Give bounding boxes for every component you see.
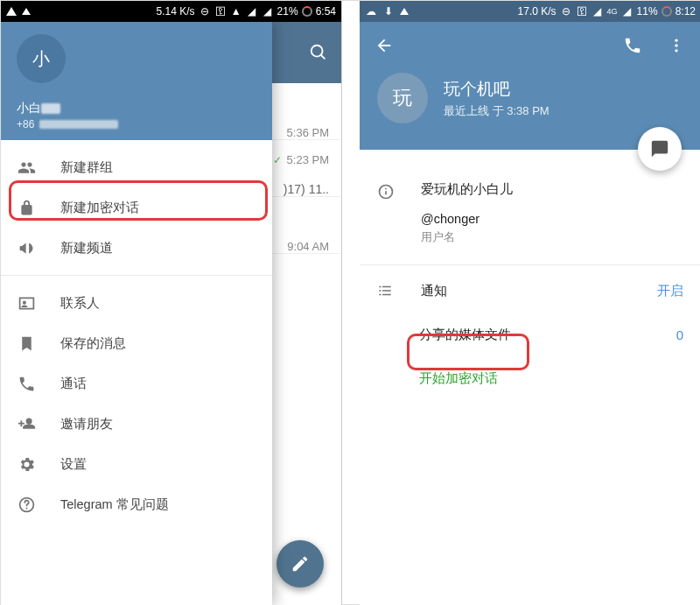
drawer-item-label: 新建加密对话 <box>60 200 139 216</box>
display-name: 爱玩机的小白儿 <box>421 181 683 198</box>
signal-icon: ◢ <box>621 5 634 18</box>
compose-fab[interactable] <box>276 540 324 587</box>
drawer-item-saved[interactable]: 保存的消息 <box>1 323 272 363</box>
search-icon[interactable] <box>309 43 328 62</box>
vpn-key-icon: ⚿ <box>576 5 588 18</box>
dnd-icon: ⊖ <box>199 5 211 18</box>
navigation-drawer: 小 小白 +86 新建群组新建加密对话新建频道联系人保存的消息通话邀请朋友设置T… <box>1 22 272 605</box>
notifications-row[interactable]: 通知 开启 <box>360 269 700 313</box>
svg-rect-12 <box>382 286 391 288</box>
redacted <box>41 103 60 114</box>
svg-point-0 <box>312 46 323 57</box>
drawer-item-label: 保存的消息 <box>60 335 126 352</box>
loading-icon <box>662 6 672 17</box>
svg-rect-13 <box>379 290 381 292</box>
statusbar: 5.14 K/s ⊖ ⚿ ▲ ◢ ◢ 21% 6:54 <box>1 1 341 22</box>
drawer-item-contacts[interactable]: 联系人 <box>1 283 272 323</box>
profile-header: 玩 玩个机吧 最近上线 于 3:38 PM <box>360 22 700 150</box>
avatar[interactable]: 玩 <box>377 73 428 123</box>
svg-rect-15 <box>379 294 381 296</box>
drawer-item-calls[interactable]: 通话 <box>1 363 272 404</box>
start-secret-chat-row[interactable]: 开始加密对话 <box>360 356 700 400</box>
battery-text: 21% <box>277 5 298 18</box>
row-label: 开始加密对话 <box>419 370 498 387</box>
drawer-item-label: 通话 <box>60 376 87 392</box>
svg-point-5 <box>675 39 677 42</box>
svg-point-10 <box>385 188 387 190</box>
drawer-item-new-group[interactable]: 新建群组 <box>1 147 272 187</box>
drawer-item-label: 邀请朋友 <box>60 416 113 433</box>
net-type: 4G <box>607 7 618 16</box>
back-button[interactable] <box>365 26 403 65</box>
username-label: 用户名 <box>421 229 683 245</box>
drawer-item-label: 新建频道 <box>60 240 113 257</box>
account-name: 小白 <box>17 101 256 116</box>
statusbar: ☁ ⬇ 17.0 K/s ⊖ ⚿ ◢ 4G ◢ 11% 8:12 <box>360 1 700 22</box>
svg-rect-14 <box>382 290 391 292</box>
call-button[interactable] <box>613 26 652 65</box>
read-checks-icon: ✓ <box>273 154 282 166</box>
download-icon: ⬇ <box>382 5 395 18</box>
clock: 8:12 <box>676 5 696 18</box>
row-value: 0 <box>676 327 683 342</box>
account-phone: +86 <box>17 118 256 130</box>
lock-icon <box>17 198 36 217</box>
phone-icon <box>17 374 36 393</box>
dnd-icon: ⊖ <box>560 5 572 18</box>
chat-time: 5:23 PM <box>287 153 329 166</box>
username[interactable]: @chonger <box>421 212 683 226</box>
loading-icon <box>302 6 312 17</box>
warning-icon <box>400 8 409 15</box>
screenshot-drawer: 5.14 K/s ⊖ ⚿ ▲ ◢ ◢ 21% 6:54 5:36 PM✓5:23… <box>1 1 342 605</box>
shared-media-row[interactable]: 分享的媒体文件 0 <box>360 313 700 356</box>
drawer-item-invite[interactable]: 邀请朋友 <box>1 404 272 444</box>
signal-icon: ◢ <box>246 5 258 18</box>
drawer-item-label: Telegram 常见问题 <box>60 496 169 513</box>
warning-icon <box>6 7 17 16</box>
avatar[interactable]: 小 <box>17 34 66 83</box>
warning-icon <box>22 8 31 15</box>
megaphone-icon <box>17 238 36 257</box>
svg-rect-11 <box>379 286 381 288</box>
signal-icon: ◢ <box>592 5 604 18</box>
chat-time: 9:04 AM <box>287 240 329 253</box>
group-icon <box>17 158 36 177</box>
signal-icon: ◢ <box>262 5 274 18</box>
gear-icon <box>17 454 36 474</box>
message-fab[interactable] <box>638 127 682 171</box>
drawer-item-label: 新建群组 <box>60 159 113 176</box>
svg-point-7 <box>675 49 677 52</box>
svg-rect-16 <box>382 294 391 296</box>
net-speed: 17.0 K/s <box>518 5 556 18</box>
vpn-key-icon: ⚿ <box>214 5 227 18</box>
chat-preview: )17) 11.. <box>284 182 329 196</box>
personadd-icon <box>17 414 36 433</box>
drawer-item-faq[interactable]: Telegram 常见问题 <box>1 484 272 524</box>
battery-text: 11% <box>637 5 658 18</box>
drawer-item-settings[interactable]: 设置 <box>1 444 272 484</box>
profile-title: 玩个机吧 <box>444 78 550 101</box>
info-icon <box>377 181 396 245</box>
person-icon <box>17 293 36 313</box>
clock: 6:54 <box>316 5 336 18</box>
svg-line-1 <box>321 55 326 60</box>
row-label: 通知 <box>421 283 447 299</box>
drawer-item-label: 联系人 <box>60 295 100 312</box>
wechat-icon: ☁ <box>365 5 377 18</box>
drawer-item-new-channel[interactable]: 新建频道 <box>1 228 272 268</box>
divider <box>1 275 272 276</box>
list-icon <box>377 283 396 299</box>
screenshot-profile: ☁ ⬇ 17.0 K/s ⊖ ⚿ ◢ 4G ◢ 11% 8:12 <box>360 1 700 605</box>
overflow-menu-button[interactable] <box>657 26 696 65</box>
svg-point-2 <box>22 300 25 304</box>
row-label: 分享的媒体文件 <box>419 327 511 343</box>
svg-point-6 <box>675 44 677 46</box>
info-section: 爱玩机的小白儿 @chonger 用户名 <box>360 172 700 257</box>
drawer-item-new-secret[interactable]: 新建加密对话 <box>1 187 272 228</box>
bookmark-icon <box>17 334 36 353</box>
row-value: 开启 <box>657 283 683 299</box>
drawer-header[interactable]: 小 小白 +86 <box>1 22 272 140</box>
help-icon <box>17 495 36 514</box>
drawer-item-label: 设置 <box>60 456 87 473</box>
net-speed: 5.14 K/s <box>157 5 195 18</box>
